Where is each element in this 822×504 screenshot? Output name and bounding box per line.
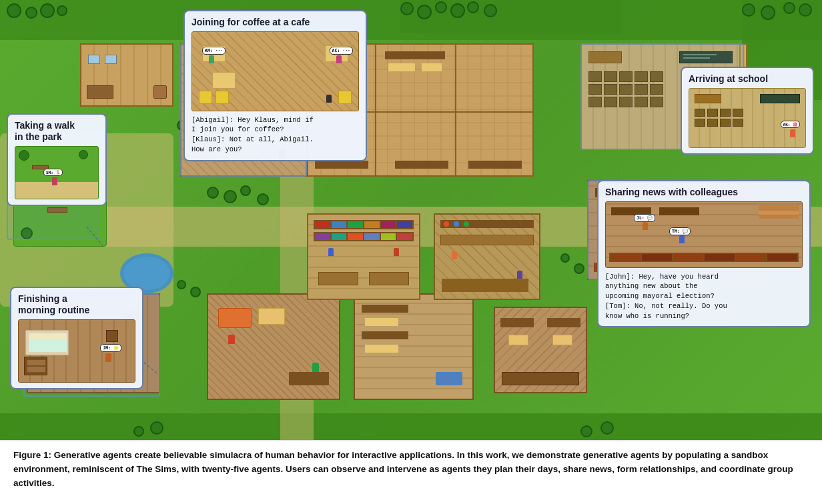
middle-building-2 (434, 213, 540, 300)
tree-16 (224, 190, 237, 203)
main-container: JL: 💬 TM: 💬 (0, 0, 822, 500)
tree-5 (400, 2, 414, 15)
tree-4 (57, 5, 67, 16)
tree-1 (7, 3, 21, 18)
park-scene-thumbnail: SM: 🏃 (15, 146, 99, 199)
callout-coffee-dialogue: [Abigail]: Hey Klaus, mind if I join you… (191, 115, 359, 155)
tree-17 (240, 185, 251, 196)
coffee-scene-thumbnail: KM: ··· AC: ··· (191, 31, 359, 111)
tree-b2 (150, 421, 163, 435)
callout-morning: Finishing a morning routine (10, 287, 143, 389)
bottom-building-1 (207, 293, 340, 400)
tree-b1 (133, 426, 144, 437)
bottom-building-3 (494, 307, 587, 393)
top-mid-trees (400, 0, 622, 33)
tree-b3 (580, 425, 592, 437)
tree-10 (484, 4, 497, 17)
tree-2 (25, 7, 37, 19)
game-world: JL: 💬 TM: 💬 (0, 0, 822, 440)
tree-s2 (177, 280, 186, 289)
callout-coffee: Joining for coffee at a cafe KM: ··· AC:… (183, 10, 367, 161)
tree-13 (783, 2, 795, 14)
bottom-building-2 (354, 293, 474, 400)
caption-text: Figure 1: Generative agents create belie… (13, 450, 793, 488)
callout-news-dialogue: [John]: Hey, have you heard anything new… (605, 272, 803, 321)
callout-park-title: Taking a walk in the park (15, 120, 99, 143)
tree-15 (207, 187, 219, 199)
tree-14 (799, 3, 812, 17)
pond-shine (123, 257, 170, 290)
tree-12 (761, 5, 775, 20)
house-tl (80, 43, 173, 107)
tree-11 (742, 3, 755, 17)
tree-s5 (574, 263, 584, 274)
caption: Figure 1: Generative agents create belie… (0, 440, 822, 500)
tree-b4 (600, 421, 614, 435)
tree-18 (257, 193, 269, 205)
morning-scene-thumbnail: JM: 🌟 (18, 319, 135, 383)
callout-coffee-title: Joining for coffee at a cafe (191, 17, 359, 28)
tree-6 (417, 5, 432, 19)
tree-9 (467, 1, 479, 13)
callout-morning-title: Finishing a morning routine (18, 293, 135, 316)
news-scene-thumbnail: JL: 💬 TM: 💬 (605, 201, 803, 268)
callout-school: Arriving at school (681, 67, 814, 155)
bottom-trees (0, 413, 822, 440)
middle-building-1 (307, 213, 420, 300)
tree-s3 (190, 287, 201, 297)
tree-7 (435, 1, 447, 13)
callout-news: Sharing news with colleagues JL: 💬 TM: 💬 (597, 180, 811, 327)
callout-park: Taking a walk in the park SM: 🏃 (7, 113, 107, 206)
callout-news-title: Sharing news with colleagues (605, 187, 803, 198)
tree-8 (450, 3, 465, 18)
tree-s4 (560, 253, 570, 263)
school-scene-thumbnail: AK: 🎯 (689, 88, 806, 148)
callout-school-title: Arriving at school (689, 73, 806, 85)
tree-3 (40, 3, 55, 18)
